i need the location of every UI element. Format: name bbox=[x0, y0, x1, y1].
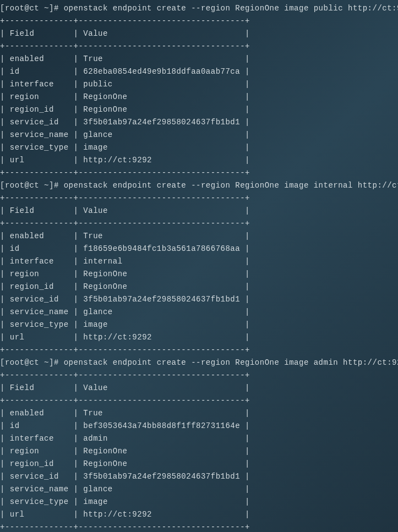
table-row: | url | http://ct:9292 | bbox=[0, 331, 398, 344]
table-border: +--------------+------------------------… bbox=[0, 15, 398, 28]
table-border: +--------------+------------------------… bbox=[0, 40, 398, 53]
table-row: | service_name | glance | bbox=[0, 306, 398, 319]
table-border: +--------------+------------------------… bbox=[0, 217, 398, 230]
table-row: | service_type | image | bbox=[0, 496, 398, 508]
table-row: | url | http://ct:9292 | bbox=[0, 154, 398, 167]
table-header: | Field | Value | bbox=[0, 382, 398, 394]
table-row: | region | RegionOne | bbox=[0, 445, 398, 458]
table-border: +--------------+------------------------… bbox=[0, 167, 398, 179]
shell-prompt: [root@ct ~]# bbox=[0, 4, 64, 13]
table-row: | region_id | RegionOne | bbox=[0, 103, 398, 116]
table-row: | interface | admin | bbox=[0, 432, 398, 445]
table-row: | enabled | True | bbox=[0, 230, 398, 243]
table-border: +--------------+------------------------… bbox=[0, 394, 398, 407]
table-row: | interface | public | bbox=[0, 78, 398, 91]
table-row: | id | bef3053643a74bb88d8f1ff82731164e … bbox=[0, 420, 398, 432]
table-row: | region_id | RegionOne | bbox=[0, 458, 398, 470]
table-border: +--------------+------------------------… bbox=[0, 192, 398, 205]
table-row: | service_id | 3f5b01ab97a24ef2985802463… bbox=[0, 293, 398, 306]
shell-prompt: [root@ct ~]# bbox=[0, 181, 64, 190]
table-header: | Field | Value | bbox=[0, 205, 398, 217]
table-border: +--------------+------------------------… bbox=[0, 369, 398, 382]
command-line[interactable]: [root@ct ~]# openstack endpoint create -… bbox=[0, 179, 398, 192]
table-row: | region_id | RegionOne | bbox=[0, 281, 398, 293]
table-row: | service_name | glance | bbox=[0, 483, 398, 496]
table-row: | service_id | 3f5b01ab97a24ef2985802463… bbox=[0, 470, 398, 483]
table-row: | service_id | 3f5b01ab97a24ef2985802463… bbox=[0, 116, 398, 129]
command-text: openstack endpoint create --region Regio… bbox=[64, 4, 398, 13]
table-row: | service_type | image | bbox=[0, 141, 398, 154]
table-row: | service_name | glance | bbox=[0, 129, 398, 141]
table-row: | enabled | True | bbox=[0, 407, 398, 420]
table-row: | service_type | image | bbox=[0, 319, 398, 331]
table-row: | interface | internal | bbox=[0, 255, 398, 268]
command-line[interactable]: [root@ct ~]# openstack endpoint create -… bbox=[0, 2, 398, 15]
shell-prompt: [root@ct ~]# bbox=[0, 358, 64, 367]
table-header: | Field | Value | bbox=[0, 28, 398, 40]
table-row: | enabled | True | bbox=[0, 53, 398, 65]
table-row: | region | RegionOne | bbox=[0, 268, 398, 281]
terminal-output: [root@ct ~]# openstack endpoint create -… bbox=[0, 0, 398, 532]
table-border: +--------------+------------------------… bbox=[0, 521, 398, 532]
command-text: openstack endpoint create --region Regio… bbox=[64, 181, 398, 190]
table-row: | id | f18659e6b9484fc1b3a561a7866768aa … bbox=[0, 243, 398, 255]
table-border: +--------------+------------------------… bbox=[0, 344, 398, 357]
command-text: openstack endpoint create --region Regio… bbox=[64, 358, 398, 367]
table-row: | url | http://ct:9292 | bbox=[0, 508, 398, 521]
table-row: | id | 628eba0854ed49e9b18ddfaa0aab77ca … bbox=[0, 65, 398, 78]
table-row: | region | RegionOne | bbox=[0, 91, 398, 103]
command-line[interactable]: [root@ct ~]# openstack endpoint create -… bbox=[0, 357, 398, 369]
